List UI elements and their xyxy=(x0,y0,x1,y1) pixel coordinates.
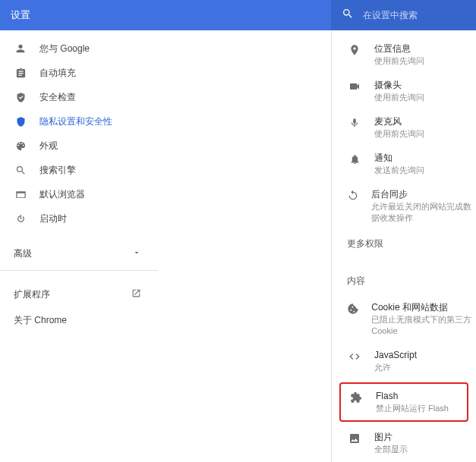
sidebar-item-appearance[interactable]: 外观 xyxy=(0,134,158,158)
row-title: 图片 xyxy=(374,431,408,443)
app-title: 设置 xyxy=(11,8,30,22)
layout-spacer xyxy=(158,30,331,462)
sidebar-item-about[interactable]: 关于 Chrome xyxy=(0,307,158,333)
permission-row-camera[interactable]: 摄像头 使用前先询问 xyxy=(336,73,476,109)
row-subtitle: 使用前先询问 xyxy=(374,55,424,67)
sidebar-item-label: 安全检查 xyxy=(39,91,76,104)
search-icon xyxy=(342,8,354,23)
row-subtitle: 允许 xyxy=(374,362,417,373)
bell-icon xyxy=(347,152,362,165)
chevron-down-icon xyxy=(132,247,141,260)
permission-row-location[interactable]: 位置信息 使用前先询问 xyxy=(336,36,476,73)
sidebar-item-label: 您与 Google xyxy=(39,42,90,55)
sidebar-item-label: 搜索引擎 xyxy=(39,164,76,177)
open-in-new-icon xyxy=(131,288,141,301)
location-icon xyxy=(347,42,362,56)
content-row-flash[interactable]: Flash 禁止网站运行 Flash xyxy=(341,384,467,420)
sidebar-item-autofill[interactable]: 自动填充 xyxy=(0,61,158,85)
shield-icon xyxy=(14,116,27,127)
sync-icon xyxy=(347,188,359,202)
row-subtitle: 使用前先询问 xyxy=(374,92,424,103)
permission-row-microphone[interactable]: 麦克风 使用前先询问 xyxy=(336,109,476,146)
row-subtitle: 发送前先询问 xyxy=(374,165,424,176)
settings-detail-panel: 位置信息 使用前先询问 摄像头 使用前先询问 麦克风 xyxy=(331,30,476,462)
image-icon xyxy=(347,431,362,445)
content-row-cookies[interactable]: Cookie 和网站数据 已阻止无痕模式下的第三方 Cookie xyxy=(336,295,476,343)
row-subtitle: 允许最近关闭的网站完成数据收发操作 xyxy=(371,201,476,224)
cookie-icon xyxy=(347,301,359,315)
sidebar-item-extensions[interactable]: 扩展程序 xyxy=(0,281,158,307)
sidebar-item-search-engine[interactable]: 搜索引擎 xyxy=(0,158,158,182)
settings-sidebar: 您与 Google 自动填充 安全检查 隐私设置和安全性 外观 xyxy=(0,30,158,462)
row-subtitle: 禁止网站运行 Flash xyxy=(376,403,449,414)
palette-icon xyxy=(14,140,27,152)
power-icon xyxy=(14,213,27,225)
content-row-images[interactable]: 图片 全部显示 xyxy=(336,425,476,461)
sidebar-item-label: 外观 xyxy=(39,140,58,152)
shield-check-icon xyxy=(14,92,27,103)
row-title: Flash xyxy=(376,390,449,402)
row-title: Cookie 和网站数据 xyxy=(371,301,476,313)
code-icon xyxy=(347,349,362,363)
row-title: 通知 xyxy=(374,152,424,164)
sidebar-advanced-toggle[interactable]: 高级 xyxy=(0,240,158,267)
clipboard-icon xyxy=(14,68,27,79)
extensions-label: 扩展程序 xyxy=(14,288,50,301)
sidebar-divider xyxy=(0,270,158,271)
row-title: JavaScript xyxy=(374,349,417,361)
row-title: 后台同步 xyxy=(371,188,476,200)
about-label: 关于 Chrome xyxy=(14,314,67,327)
sidebar-item-label: 隐私设置和安全性 xyxy=(39,115,112,128)
content-row-javascript[interactable]: JavaScript 允许 xyxy=(336,343,476,379)
row-subtitle: 使用前先询问 xyxy=(374,128,424,140)
sidebar-item-label: 默认浏览器 xyxy=(39,188,85,201)
more-permissions-link[interactable]: 更多权限 xyxy=(336,230,476,258)
sidebar-item-default-browser[interactable]: 默认浏览器 xyxy=(0,182,158,206)
row-subtitle: 全部显示 xyxy=(374,444,408,455)
sidebar-item-label: 自动填充 xyxy=(39,67,76,80)
row-title: 摄像头 xyxy=(374,79,424,91)
app-header: 设置 在设置中搜索 xyxy=(0,0,476,30)
content-section-heading: 内容 xyxy=(336,267,476,295)
permission-row-notifications[interactable]: 通知 发送前先询问 xyxy=(336,146,476,182)
permission-row-background-sync[interactable]: 后台同步 允许最近关闭的网站完成数据收发操作 xyxy=(336,182,476,230)
search-placeholder: 在设置中搜索 xyxy=(363,9,418,22)
extension-icon xyxy=(348,390,364,404)
browser-icon xyxy=(14,189,27,200)
advanced-label: 高级 xyxy=(14,247,32,260)
person-icon xyxy=(14,42,27,55)
row-title: 麦克风 xyxy=(374,115,424,127)
microphone-icon xyxy=(347,115,362,129)
search-icon xyxy=(14,165,27,176)
settings-search[interactable]: 在设置中搜索 xyxy=(331,0,476,30)
row-subtitle: 已阻止无痕模式下的第三方 Cookie xyxy=(371,314,476,337)
camera-icon xyxy=(347,79,362,93)
sidebar-item-privacy[interactable]: 隐私设置和安全性 xyxy=(0,109,158,134)
sidebar-item-on-startup[interactable]: 启动时 xyxy=(0,206,158,231)
sidebar-item-label: 启动时 xyxy=(39,212,67,225)
flash-highlight-box: Flash 禁止网站运行 Flash xyxy=(339,382,468,422)
row-title: 位置信息 xyxy=(374,42,424,55)
sidebar-item-you-and-google[interactable]: 您与 Google xyxy=(0,36,158,61)
sidebar-item-safety-check[interactable]: 安全检查 xyxy=(0,85,158,109)
header-left: 设置 xyxy=(0,8,331,22)
